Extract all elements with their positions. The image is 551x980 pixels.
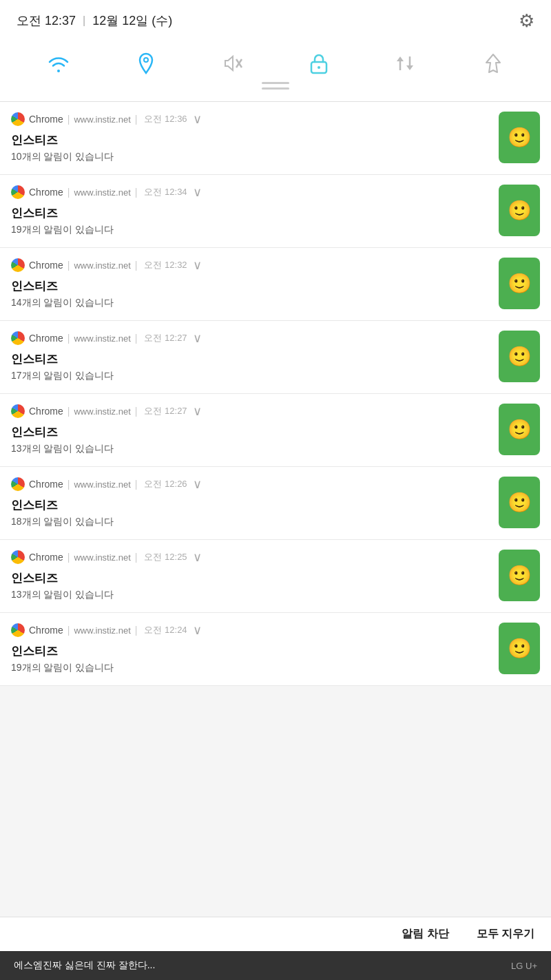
settings-icon[interactable]: ⚙ (519, 10, 534, 31)
notif-url: www.instiz.net (74, 260, 130, 271)
sync-toggle[interactable] (395, 53, 415, 74)
notif-separator2: | (135, 260, 138, 271)
notif-body: 14개의 알림이 있습니다 (11, 297, 492, 309)
notification-item[interactable]: Chrome | www.instiz.net | 오전 12:32 ∨ 인스티… (0, 248, 551, 321)
notif-header: Chrome | www.instiz.net | 오전 12:27 ∨ (11, 404, 492, 419)
expand-icon[interactable]: ∨ (193, 112, 202, 127)
notif-separator2: | (135, 552, 138, 563)
notif-separator2: | (135, 625, 138, 636)
notification-item[interactable]: Chrome | www.instiz.net | 오전 12:24 ∨ 인스티… (0, 613, 551, 686)
notification-item[interactable]: Chrome | www.instiz.net | 오전 12:25 ∨ 인스티… (0, 540, 551, 613)
notif-time: 오전 12:36 (144, 113, 187, 125)
notif-separator2: | (135, 187, 138, 198)
notification-item[interactable]: Chrome | www.instiz.net | 오전 12:27 ∨ 인스티… (0, 321, 551, 394)
notif-content: Chrome | www.instiz.net | 오전 12:27 ∨ 인스티… (11, 331, 492, 382)
notification-action-button[interactable]: 🙂 (499, 258, 540, 309)
chrome-icon (11, 404, 25, 418)
notif-time: 오전 12:26 (144, 478, 187, 490)
notif-body: 19개의 알림이 있습니다 (11, 662, 492, 674)
drag-handle[interactable] (0, 79, 551, 90)
notif-app-name: Chrome (29, 260, 63, 271)
notification-action-button[interactable]: 🙂 (499, 331, 540, 382)
expand-icon[interactable]: ∨ (193, 331, 202, 346)
clear-all-button[interactable]: 모두 지우기 (477, 927, 534, 941)
bottom-bar: 알림 차단 모두 지우기 에스엠진짜 싫은데 진짜 잘한다... LG U+ (0, 917, 551, 980)
status-bar-right[interactable]: ⚙ (519, 10, 534, 32)
notif-time: 오전 12:32 (144, 259, 187, 271)
notif-app-name: Chrome (29, 187, 63, 198)
smile-icon: 🙂 (508, 418, 532, 441)
ticker-text: 에스엠진짜 싫은데 진짜 잘한다... (14, 959, 500, 972)
expand-icon[interactable]: ∨ (193, 623, 202, 638)
svg-point-4 (318, 66, 320, 69)
notif-separator: | (67, 114, 70, 125)
notification-action-button[interactable]: 🙂 (499, 477, 540, 528)
expand-icon[interactable]: ∨ (193, 185, 202, 200)
notif-title: 인스티즈 (11, 497, 492, 513)
smile-icon: 🙂 (508, 126, 532, 149)
notif-separator: | (67, 625, 70, 636)
notif-body: 13개의 알림이 있습니다 (11, 443, 492, 455)
notification-action-button[interactable]: 🙂 (499, 185, 540, 236)
chrome-icon (11, 258, 25, 272)
notif-title: 인스티즈 (11, 643, 492, 659)
notif-header: Chrome | www.instiz.net | 오전 12:24 ∨ (11, 623, 492, 638)
expand-icon[interactable]: ∨ (193, 404, 202, 419)
notif-body: 17개의 알림이 있습니다 (11, 370, 492, 382)
notif-content: Chrome | www.instiz.net | 오전 12:36 ∨ 인스티… (11, 112, 492, 163)
notif-content: Chrome | www.instiz.net | 오전 12:32 ∨ 인스티… (11, 258, 492, 309)
notification-item[interactable]: Chrome | www.instiz.net | 오전 12:26 ∨ 인스티… (0, 467, 551, 540)
notification-action-button[interactable]: 🙂 (499, 404, 540, 455)
notification-item[interactable]: Chrome | www.instiz.net | 오전 12:36 ∨ 인스티… (0, 102, 551, 175)
notif-header: Chrome | www.instiz.net | 오전 12:36 ∨ (11, 112, 492, 127)
notif-title: 인스티즈 (11, 351, 492, 367)
notif-separator2: | (135, 479, 138, 490)
notif-content: Chrome | www.instiz.net | 오전 12:27 ∨ 인스티… (11, 404, 492, 455)
notif-body: 18개의 알림이 있습니다 (11, 516, 492, 528)
smile-icon: 🙂 (508, 272, 532, 295)
airplane-toggle[interactable] (482, 53, 504, 74)
smile-icon: 🙂 (508, 564, 532, 587)
location-toggle[interactable] (136, 52, 156, 74)
notif-header: Chrome | www.instiz.net | 오전 12:26 ∨ (11, 477, 492, 492)
expand-icon[interactable]: ∨ (193, 477, 202, 492)
date-display: 12월 12일 (수) (92, 12, 172, 29)
smile-icon: 🙂 (508, 637, 532, 660)
notif-title: 인스티즈 (11, 570, 492, 586)
notif-header: Chrome | www.instiz.net | 오전 12:32 ∨ (11, 258, 492, 273)
notif-time: 오전 12:34 (144, 186, 187, 198)
notif-time: 오전 12:27 (144, 405, 187, 417)
notif-url: www.instiz.net (74, 114, 130, 125)
notif-separator2: | (135, 333, 138, 344)
chrome-icon (11, 185, 25, 199)
notif-app-name: Chrome (29, 333, 63, 344)
notif-content: Chrome | www.instiz.net | 오전 12:24 ∨ 인스티… (11, 623, 492, 674)
chrome-icon (11, 623, 25, 637)
notif-body: 10개의 알림이 있습니다 (11, 151, 492, 163)
expand-icon[interactable]: ∨ (193, 550, 202, 565)
notif-time: 오전 12:24 (144, 624, 187, 636)
notif-separator: | (67, 187, 70, 198)
notif-separator2: | (135, 114, 138, 125)
notification-action-button[interactable]: 🙂 (499, 623, 540, 674)
sound-toggle[interactable] (222, 54, 243, 73)
notification-item[interactable]: Chrome | www.instiz.net | 오전 12:27 ∨ 인스티… (0, 394, 551, 467)
notification-item[interactable]: Chrome | www.instiz.net | 오전 12:34 ∨ 인스티… (0, 175, 551, 248)
lock-toggle[interactable] (310, 52, 328, 74)
expand-icon[interactable]: ∨ (193, 258, 202, 273)
notif-app-name: Chrome (29, 406, 63, 417)
notif-title: 인스티즈 (11, 424, 492, 440)
notif-app-name: Chrome (29, 114, 63, 125)
wifi-toggle[interactable] (48, 54, 70, 72)
status-bar: 오전 12:37 | 12월 12일 (수) ⚙ (0, 0, 551, 41)
block-notifications-button[interactable]: 알림 차단 (402, 927, 448, 941)
notif-separator: | (67, 333, 70, 344)
time-date-divider: | (83, 14, 85, 27)
notif-url: www.instiz.net (74, 479, 130, 490)
notification-action-button[interactable]: 🙂 (499, 550, 540, 601)
quick-icons-row (0, 48, 551, 79)
notif-app-name: Chrome (29, 479, 63, 490)
notification-action-button[interactable]: 🙂 (499, 112, 540, 163)
quick-settings-panel (0, 41, 551, 102)
ticker-bar: 에스엠진짜 싫은데 진짜 잘한다... LG U+ (0, 951, 551, 980)
